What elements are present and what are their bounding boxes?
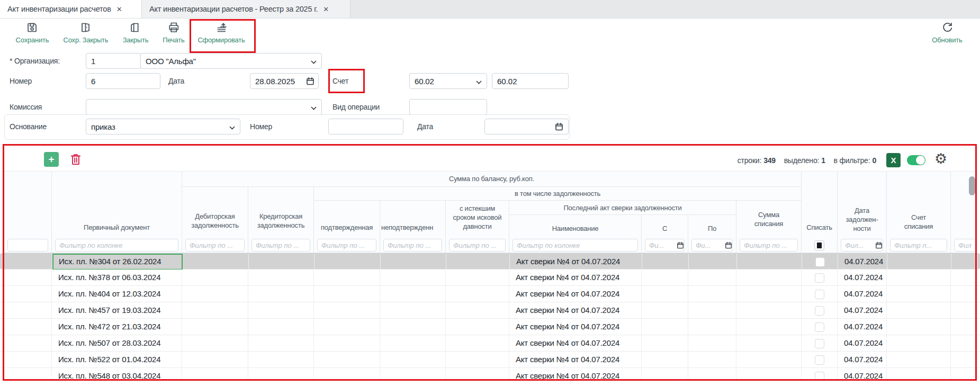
cell-empty[interactable] (688, 352, 736, 368)
cell-empty[interactable] (689, 254, 737, 270)
cell-empty[interactable] (182, 335, 248, 352)
cell-empty[interactable] (446, 335, 509, 352)
filter-input-writeoff-account[interactable] (890, 239, 947, 252)
cell-empty[interactable] (951, 254, 977, 270)
cell-empty[interactable] (380, 302, 446, 319)
cell-empty[interactable] (380, 352, 446, 368)
cell-writeoff[interactable] (802, 319, 838, 335)
cell-writeoff[interactable] (802, 286, 838, 302)
col-header-to[interactable]: По (688, 215, 736, 237)
col-header-name[interactable]: Наименование (509, 215, 642, 237)
cell-last-act-name[interactable]: Акт сверки №4 от 04.07.2024 (509, 368, 642, 381)
calendar-icon[interactable] (677, 241, 684, 249)
writeoff-checkbox[interactable] (815, 372, 824, 381)
cell-last-act-name[interactable]: Акт сверки №4 от 04.07.2024 (510, 254, 642, 270)
cell-primary-doc[interactable]: Исх. пл. №548 от 03.04.2024 (52, 368, 182, 381)
col-header-expired[interactable]: с истекшим сроком исковой давности (446, 201, 509, 237)
vertical-scrollbar[interactable] (969, 176, 975, 195)
col-header-confirmed[interactable]: подтвержденная (314, 201, 380, 237)
cell-empty[interactable] (951, 319, 977, 335)
basis-number-input[interactable] (328, 119, 403, 134)
delete-row-button[interactable] (69, 152, 83, 167)
cell-empty[interactable] (314, 368, 380, 381)
filter-input-cut[interactable] (954, 239, 977, 252)
filter-input-writeoff-sum[interactable] (740, 239, 798, 252)
cell-empty[interactable] (380, 368, 446, 381)
cell-empty[interactable] (887, 270, 951, 286)
table-row[interactable]: Исх. пл. №522 от 01.04.2024Акт сверки №4… (0, 352, 980, 368)
cell-primary-doc[interactable]: Исх. пл. №472 от 21.03.2024 (52, 319, 182, 335)
writeoff-checkbox[interactable] (815, 322, 824, 332)
cell-empty[interactable] (736, 286, 802, 302)
cell-empty[interactable] (381, 254, 446, 270)
cell-empty[interactable] (182, 302, 248, 319)
cell-empty[interactable] (688, 302, 736, 319)
account-select[interactable]: 60.02 (409, 73, 487, 89)
cell-empty[interactable] (688, 335, 736, 352)
number-input[interactable] (86, 73, 160, 89)
cell-empty[interactable] (248, 368, 314, 381)
cell-empty[interactable] (248, 335, 314, 352)
cell-empty[interactable] (736, 352, 802, 368)
cell-empty[interactable] (4, 286, 52, 302)
cell-writeoff[interactable] (802, 270, 838, 286)
filter-input-expired[interactable] (449, 239, 506, 252)
refresh-button[interactable]: Обновить (932, 21, 962, 44)
cell-empty[interactable] (736, 302, 802, 319)
cell-empty[interactable] (887, 335, 951, 352)
filter-toggle[interactable] (907, 155, 925, 165)
cell-empty[interactable] (4, 335, 52, 352)
filter-input-unconfirmed[interactable] (383, 239, 442, 252)
cell-empty[interactable] (887, 254, 951, 270)
cell-empty[interactable] (4, 319, 52, 335)
calendar-icon[interactable] (725, 241, 732, 249)
cell-empty[interactable] (887, 368, 951, 381)
cell-empty[interactable] (4, 270, 52, 286)
basis-select[interactable]: приказ (86, 119, 240, 134)
col-header-primary-doc[interactable]: Первичный документ (52, 171, 182, 237)
col-header-debit[interactable]: Дебиторская задолженность (182, 187, 248, 237)
filter-input-debit[interactable] (185, 239, 245, 252)
cell-empty[interactable] (248, 319, 314, 335)
cell-writeoff[interactable] (802, 254, 838, 270)
cell-last-act-name[interactable]: Акт сверки №4 от 04.07.2024 (509, 286, 642, 302)
col-header-credit[interactable]: Кредиторская задолженность (248, 187, 314, 237)
cell-empty[interactable] (5, 254, 52, 270)
cell-empty[interactable] (446, 270, 509, 286)
cell-empty[interactable] (314, 302, 380, 319)
cell-writeoff[interactable] (802, 368, 838, 381)
tab-act-registry[interactable]: Акт инвентаризации расчетов - Реестр за … (141, 0, 350, 18)
cell-empty[interactable] (314, 270, 380, 286)
cell-empty[interactable] (380, 319, 446, 335)
cell-empty[interactable] (182, 270, 248, 286)
cell-empty[interactable] (642, 302, 688, 319)
col-header-from[interactable]: С (642, 215, 688, 237)
cell-empty[interactable] (446, 319, 509, 335)
cell-empty[interactable] (951, 352, 977, 368)
cell-empty[interactable] (4, 368, 52, 381)
close-icon[interactable]: ✕ (323, 5, 329, 13)
table-row[interactable]: Исх. пл. №404 от 12.03.2024Акт сверки №4… (0, 286, 980, 302)
cell-primary-doc[interactable]: Исх. пл. №378 от 06.03.2024 (52, 270, 182, 286)
cell-last-act-name[interactable]: Акт сверки №4 от 04.07.2024 (509, 302, 642, 319)
cell-empty[interactable] (642, 286, 688, 302)
cell-empty[interactable] (642, 254, 689, 270)
organization-code-input[interactable] (86, 53, 141, 69)
gear-icon[interactable]: ⚙ (933, 151, 949, 167)
cell-empty[interactable] (4, 352, 52, 368)
table-row[interactable]: Исх. пл. №472 от 21.03.2024Акт сверки №4… (0, 319, 980, 335)
table-row[interactable]: Исх. пл. №548 от 03.04.2024Акт сверки №4… (0, 368, 980, 381)
cell-empty[interactable] (736, 319, 802, 335)
cell-empty[interactable] (951, 368, 977, 381)
calendar-icon[interactable] (875, 241, 883, 249)
cell-empty[interactable] (736, 368, 802, 381)
writeoff-filter-checkbox[interactable] (814, 240, 824, 250)
cell-empty[interactable] (314, 319, 380, 335)
cell-empty[interactable] (688, 270, 736, 286)
cell-empty[interactable] (887, 319, 951, 335)
writeoff-checkbox[interactable] (815, 306, 824, 316)
generate-button[interactable]: Сформировать (197, 21, 245, 44)
operation-kind-input[interactable] (409, 99, 487, 115)
cell-empty[interactable] (249, 254, 314, 270)
col-header-writeoff-account[interactable]: Счет списания (887, 171, 951, 237)
